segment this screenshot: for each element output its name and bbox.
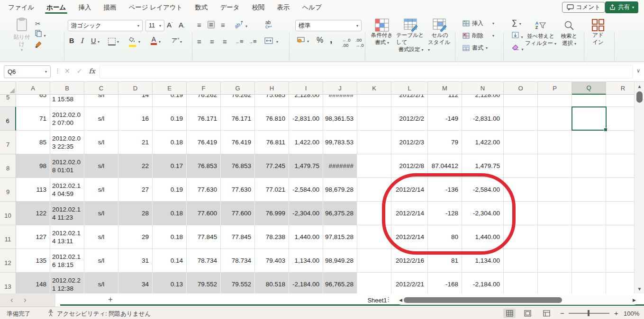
cell-I8[interactable]: 1,479.75 [289,154,323,178]
cell-G6[interactable]: 76.171 [221,107,255,131]
cell-C9[interactable]: s/l [84,178,118,202]
cell-D6[interactable]: 16 [118,107,153,131]
cell-R6[interactable] [606,107,634,131]
comma-style-button[interactable]: , [330,35,332,45]
cell-I7[interactable]: 1,422.00 [289,131,323,154]
tab-file[interactable]: ファイル [2,0,40,15]
cell-J10[interactable]: 96,375.28 [323,202,357,225]
cell-H11[interactable]: 78.238 [255,225,289,249]
tab-view[interactable]: 表示 [271,0,296,15]
cell-D5[interactable]: 14 [118,95,153,107]
cell-J7[interactable]: 99,783.53 [323,131,357,154]
cell-N5[interactable]: 2,128.00 [462,95,504,107]
cell-E12[interactable]: 0.14 [153,249,187,273]
col-header-R[interactable]: R [606,82,634,95]
cell-J8[interactable]: ####### [323,154,357,178]
cell-B10[interactable]: 2012.02.14 11:23 [50,202,84,225]
cell-H7[interactable]: 76.811 [255,131,289,154]
tab-insert[interactable]: 挿入 [72,0,97,15]
shrink-font-button[interactable]: Aˇ [179,21,185,30]
cell-I11[interactable]: 1,440.00 [289,225,323,249]
cell-G11[interactable]: 77.845 [221,225,255,249]
cell-G10[interactable]: 77.600 [221,202,255,225]
tab-review[interactable]: 校閲 [246,0,271,15]
cell-P6[interactable] [538,107,572,131]
cell-Q10[interactable] [572,202,606,225]
cell-P13[interactable] [538,273,572,293]
cell-R9[interactable] [606,178,634,202]
new-sheet-button[interactable]: + [108,295,113,304]
expand-formula-bar-chevron[interactable]: ∨ [636,68,640,74]
zoom-in-button[interactable]: + [614,309,618,317]
cell-K6[interactable] [357,107,391,131]
cell-A8[interactable]: 98 [16,154,50,178]
cell-R8[interactable] [606,154,634,178]
cell-B11[interactable]: 2012.02.14 13:11 [50,225,84,249]
cell-A9[interactable]: 113 [16,178,50,202]
cell-B9[interactable]: 2012.02.14 04:59 [50,178,84,202]
decrease-indent-button[interactable]: ←≡ [236,38,244,45]
fill-handle[interactable] [604,128,608,132]
cell-K8[interactable] [357,154,391,178]
cell-G12[interactable]: 78.734 [221,249,255,273]
bold-button[interactable]: B [69,37,74,44]
cell-H8[interactable]: 77.245 [255,154,289,178]
col-header-Q[interactable]: Q [572,82,606,95]
middle-align-button[interactable]: ≡ [208,21,215,28]
cell-C6[interactable]: s/l [84,107,118,131]
cell-H5[interactable]: 75.685 [255,95,289,107]
merge-dropdown-arrow[interactable]: ▾ [276,40,278,44]
cell-M6[interactable]: -149 [428,107,462,131]
fx-icon[interactable]: fx [89,67,95,75]
cell-Q7[interactable] [572,131,606,154]
paste-button[interactable]: 貼り付け ▾ [11,18,32,52]
cell-D9[interactable]: 27 [118,178,153,202]
cell-B12[interactable]: 2012.02.16 18:15 [50,249,84,273]
cell-R7[interactable] [606,131,634,154]
cell-L7[interactable]: 2012/2/3 [391,131,428,154]
cell-P12[interactable] [538,249,572,273]
cell-O6[interactable] [504,107,538,131]
cell-F9[interactable]: 77.630 [187,178,221,202]
cell-F5[interactable]: 76.262 [187,95,221,107]
horizontal-scroll-thumb[interactable] [404,297,562,303]
cell-K13[interactable] [357,273,391,293]
cell-E10[interactable]: 0.18 [153,202,187,225]
cell-O7[interactable] [504,131,538,154]
clear-button[interactable]: ▾ [512,44,523,53]
col-header-L[interactable]: L [391,82,428,95]
row-header-7[interactable]: 7 [0,131,16,154]
page-break-preview-button[interactable] [540,309,553,318]
cell-A6[interactable]: 71 [16,107,50,131]
merge-center-button[interactable] [264,37,273,46]
align-left-button[interactable]: ≡ [197,38,201,45]
cut-button[interactable]: ✂ [35,19,41,28]
align-right-button[interactable]: ≡ [223,38,227,45]
cell-R10[interactable] [606,202,634,225]
col-header-P[interactable]: P [538,82,572,95]
copy-button[interactable]: ▾ [35,30,45,39]
enter-icon[interactable]: ✓ [77,67,82,75]
cell-A12[interactable]: 135 [16,249,50,273]
cell-E7[interactable]: 0.18 [153,131,187,154]
zoom-slider-thumb[interactable] [588,310,590,316]
cell-G7[interactable]: 76.419 [221,131,255,154]
cell-D12[interactable]: 31 [118,249,153,273]
cell-N6[interactable]: -2,831.00 [462,107,504,131]
cell-I10[interactable]: -2,304.00 [289,202,323,225]
col-header-K[interactable]: K [357,82,391,95]
borders-dropdown-arrow[interactable]: ▾ [117,40,119,44]
align-center-button[interactable]: ≡ [210,38,214,45]
cell-J6[interactable]: 98,361.53 [323,107,357,131]
cell-L5[interactable]: 2012/2/1 [391,95,428,107]
cell-F8[interactable]: 76.853 [187,154,221,178]
formula-bar-drag-handle[interactable]: ⋮ [54,67,61,74]
cell-E13[interactable]: 0.13 [153,273,187,293]
phonetic-guide-button[interactable]: ア≡ [172,36,179,44]
cell-N7[interactable]: 1,422.00 [462,131,504,154]
cell-F7[interactable]: 76.419 [187,131,221,154]
col-header-F[interactable]: F [187,82,221,95]
format-cells-button[interactable]: 書式▾ [463,44,488,52]
row-header-6[interactable]: 6 [0,107,16,131]
row-header-13[interactable]: 13 [0,273,16,293]
